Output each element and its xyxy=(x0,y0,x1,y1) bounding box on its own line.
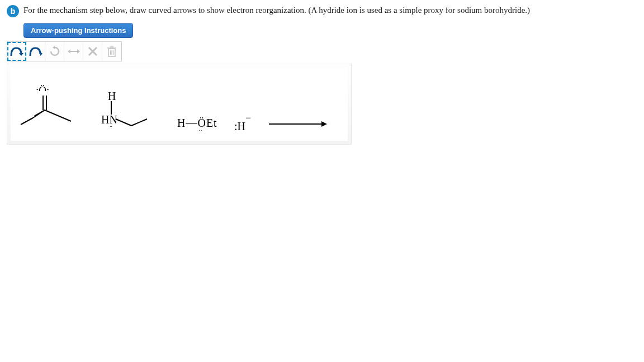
resize-tool[interactable] xyxy=(64,42,83,61)
aldehyde xyxy=(17,91,90,130)
delete-tool[interactable] xyxy=(83,42,102,61)
drawing-canvas[interactable]: :Ö: xyxy=(7,64,352,145)
resize-arrows-icon xyxy=(67,46,80,56)
single-curved-arrow-icon xyxy=(29,45,43,58)
reload-icon xyxy=(49,45,61,58)
reaction-arrow xyxy=(268,120,329,128)
question-prompt: For the mechanism step below, draw curve… xyxy=(23,4,530,16)
double-curved-arrow-tool[interactable] xyxy=(7,42,26,61)
delete-x-icon xyxy=(87,46,98,57)
amine-structure xyxy=(110,100,155,128)
double-curved-arrow-icon xyxy=(10,45,24,58)
canvas-inner: :Ö: xyxy=(11,68,348,141)
trash-icon xyxy=(107,45,117,58)
part-letter-badge: b xyxy=(7,5,19,17)
hoet-label: H—Ö..Et xyxy=(177,117,217,130)
drawing-toolbar xyxy=(7,41,122,61)
svg-line-52 xyxy=(116,119,131,126)
single-curved-arrow-tool[interactable] xyxy=(26,42,45,61)
arrow-pushing-instructions-button[interactable]: Arrow-pushing Instructions xyxy=(23,23,133,38)
hydride-label: :H− xyxy=(234,117,251,133)
svg-line-53 xyxy=(131,119,147,126)
trash-tool[interactable] xyxy=(102,42,121,61)
reload-tool[interactable] xyxy=(45,42,64,61)
